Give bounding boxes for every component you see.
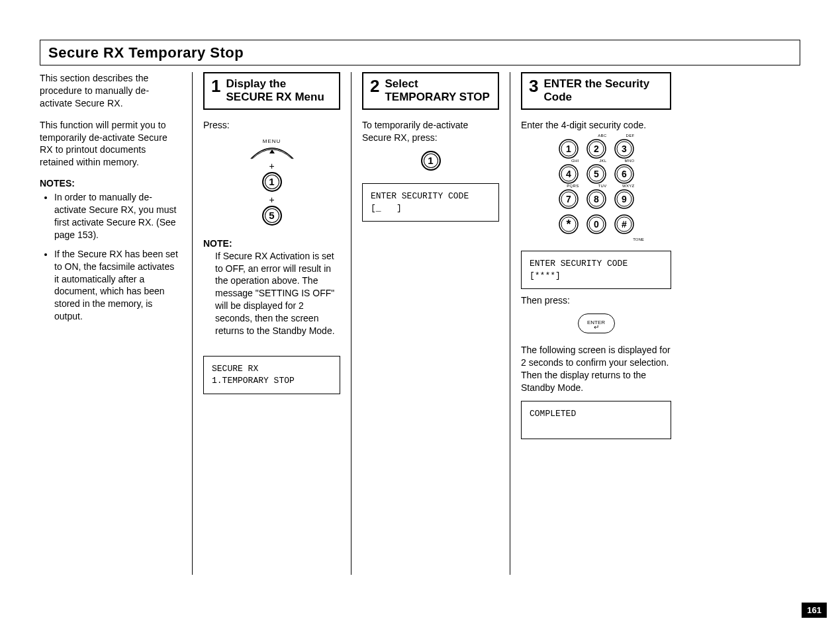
svg-text:1: 1 [566,144,571,154]
plus-icon: + [203,195,340,204]
key-hash: # [614,214,635,235]
section-title: Secure RX Temporary Stop [48,44,244,61]
step-1-note: NOTE: If Secure RX Activation is set to … [203,238,340,337]
lcd-display: SECURE RX 1.TEMPORARY STOP [203,356,340,394]
step-number: 3 [529,77,538,95]
press-label: Press: [203,119,340,132]
svg-text:#: # [622,219,627,230]
columns: This section describes the procedure to … [40,72,800,575]
key-star: * [558,214,579,235]
enter-button-icon: ENTER ↵ [578,314,615,333]
press-sequence: 1 [362,151,499,173]
lcd-display: ENTER SECURITY CODE [_ ] [362,183,499,222]
key-6: MNO6 [614,163,635,185]
svg-text:5: 5 [594,169,599,179]
step-2-intro: To temporarily de-activate Secure RX, pr… [362,119,499,144]
svg-text:0: 0 [594,219,599,230]
step-3-after: The following screen is displayed for 2 … [521,344,671,394]
svg-text:9: 9 [622,194,627,204]
press-sequence: MENU + 1 + 5 [203,138,340,228]
svg-text:4: 4 [566,169,571,179]
svg-text:*: * [566,218,571,231]
notes-heading: NOTES: [40,178,181,189]
key-label: 5 [263,207,281,224]
svg-text:8: 8 [594,194,599,204]
key-7: PQRS7 [558,189,579,210]
key-4: GHI4 [558,163,579,185]
step-1-column: 1 Display the SECURE RX Menu Press: MENU… [192,72,351,575]
section-title-box: Secure RX Temporary Stop [40,40,800,65]
svg-marker-0 [269,149,275,153]
step-3-column: 3 ENTER the Security Code Enter the 4-di… [510,72,682,575]
note-label: NOTE: [203,238,340,249]
tone-label: TONE [628,237,649,241]
step-number: 2 [370,77,379,95]
svg-text:2: 2 [594,144,599,154]
key-0: 0 [586,214,607,235]
step-1-header: 1 Display the SECURE RX Menu [203,72,340,110]
svg-text:7: 7 [566,194,571,204]
plus-icon: + [203,161,340,171]
note-item: If the Secure RX has been set to ON, the… [54,248,181,323]
key-label: 1 [263,173,281,190]
key-2: ABC2 [586,138,607,159]
note-body: If Secure RX Activation is set to OFF, a… [203,250,340,337]
page-number-badge: 161 [802,603,827,618]
intro-paragraph-2: This function will permit you to tempora… [40,119,181,169]
key-5-icon: 5 [262,206,282,226]
key-5: JKL5 [586,163,607,185]
step-number: 1 [211,77,220,95]
step-3-header: 3 ENTER the Security Code [521,72,671,110]
intro-paragraph-1: This section describes the procedure to … [40,72,181,110]
menu-label: MENU [248,138,296,144]
numeric-keypad-icon: 1 ABC2 DEF3 GHI4 JKL5 MNO6 PQRS7 TUV8 WX… [543,138,649,241]
lcd-display: ENTER SECURITY CODE [****] [521,251,671,289]
key-1-icon: 1 [262,172,282,192]
intro-column: This section describes the procedure to … [40,72,192,575]
step-title: Display the SECURE RX Menu [226,77,332,105]
then-press-label: Then press: [521,294,671,307]
menu-button-icon: MENU [248,138,296,160]
notes-block: NOTES: In order to manually de-activate … [40,178,181,323]
key-1: 1 [558,138,579,159]
step-2-column: 2 Select TEMPORARY STOP To temporarily d… [351,72,510,575]
step-3-intro: Enter the 4-digit security code. [521,119,671,132]
svg-text:3: 3 [622,144,627,154]
key-9: WXYZ9 [614,189,635,210]
key-3: DEF3 [614,138,635,159]
step-title: ENTER the Security Code [543,77,663,105]
lcd-display: COMPLETED [521,401,671,439]
svg-text:6: 6 [622,169,627,179]
step-title: Select TEMPORARY STOP [385,77,491,105]
enter-button-row: ENTER ↵ [521,314,671,333]
manual-page: Secure RX Temporary Stop This section de… [0,0,840,631]
key-label: 1 [422,152,440,169]
note-item: In order to manually de-activate Secure … [54,191,181,241]
key-8: TUV8 [586,189,607,210]
key-1-icon: 1 [421,151,441,171]
step-2-header: 2 Select TEMPORARY STOP [362,72,499,110]
